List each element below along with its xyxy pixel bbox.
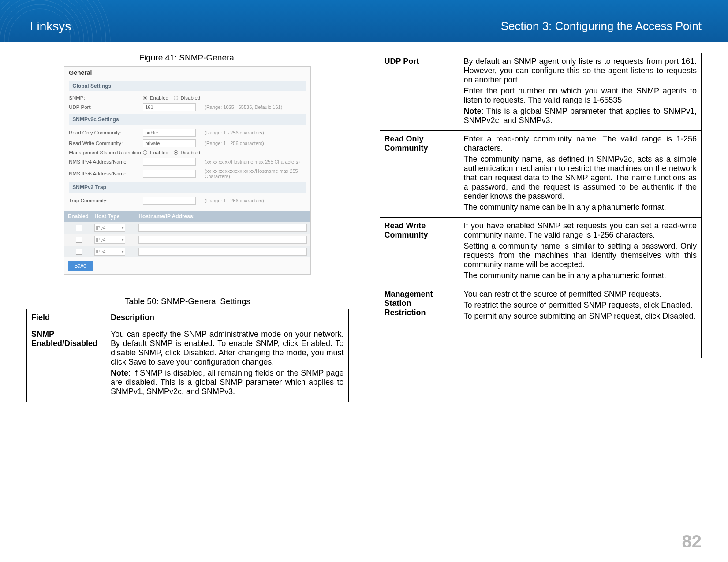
trap-row-select[interactable]: IPv4▾ — [94, 236, 125, 244]
desc-cell: Enter a read-only community name. The va… — [459, 131, 702, 218]
figure-caption: Figure 41: SNMP-General — [26, 53, 349, 63]
snmp-disabled-radio[interactable] — [174, 96, 178, 100]
table-row: SNMP Enabled/Disabled You can specify th… — [27, 326, 349, 402]
desc-cell: You can restrict the source of permitted… — [459, 286, 702, 358]
trap-row-checkbox[interactable] — [76, 225, 82, 231]
trap-row-host-input[interactable] — [138, 224, 307, 232]
snmp-disabled-text: Disabled — [181, 95, 201, 100]
snmp-enabled-text: Enabled — [150, 95, 168, 100]
snmpv2c-header: SNMPv2c Settings — [69, 114, 306, 125]
desc-p: Enter the port number on which you want … — [464, 86, 697, 105]
rw-community-input[interactable] — [143, 139, 196, 147]
th-hostname: Hostname/IP Address: — [138, 213, 307, 220]
mgmt-disabled-radio[interactable] — [174, 150, 178, 155]
ro-community-label: Read Only Community: — [69, 130, 143, 135]
screenshot-title: General — [64, 67, 310, 78]
desc-p: Enter a read-only community name. The va… — [464, 134, 697, 153]
mgmt-restrict-label: Management Station Restriction: — [69, 150, 143, 155]
table-caption-left: Table 50: SNMP-General Settings — [26, 297, 349, 306]
th-host-type: Host Type — [94, 213, 134, 220]
desc-p: You can restrict the source of permitted… — [464, 290, 697, 299]
ro-community-input[interactable] — [143, 129, 196, 137]
settings-table-left: Field Description SNMP Enabled/Disabled … — [26, 309, 349, 402]
section-title: Section 3: Configuring the Access Point — [501, 19, 702, 33]
trap-community-label: Trap Community: — [69, 198, 143, 203]
desc-note: Note: If SNMP is disabled, all remaining… — [111, 368, 344, 396]
field-cell: Read Only Community — [380, 131, 459, 218]
th-enabled: Enabled — [68, 213, 90, 220]
desc-cell: By default an SNMP agent only listens to… — [459, 53, 702, 131]
ipv6-hint: (xx:xx:xx:xx:xx:xx:xx:xx/Hostname max 25… — [205, 168, 306, 179]
trap-row-host-input[interactable] — [138, 248, 307, 256]
mgmt-disabled-text: Disabled — [181, 150, 201, 155]
table-row: UDP Port By default an SNMP agent only l… — [380, 53, 702, 131]
page-header: Linksys Section 3: Configuring the Acces… — [0, 0, 728, 42]
snmp-enabled-radio[interactable] — [143, 96, 147, 100]
ipv4-hint: (xx.xx.xx.xx/Hostname max 255 Characters… — [205, 159, 300, 164]
trap-row-checkbox[interactable] — [76, 237, 82, 243]
table-row: Read Write Community If you have enabled… — [380, 218, 702, 286]
global-settings-header: Global Settings — [69, 81, 306, 91]
rw-community-hint: (Range: 1 - 256 characters) — [205, 141, 264, 146]
snmp-screenshot: General Global Settings SNMP: Enabled Di… — [64, 66, 311, 275]
page-content: Figure 41: SNMP-General General Global S… — [26, 48, 702, 536]
rw-community-label: Read Write Community: — [69, 141, 143, 146]
trap-row-select[interactable]: IPv4▾ — [94, 248, 125, 256]
table-row: Management Station Restriction You can r… — [380, 286, 702, 358]
ipv6-label: NMS IPv6 Address/Name: — [69, 171, 143, 176]
mgmt-enabled-text: Enabled — [150, 150, 168, 155]
page-number: 82 — [682, 532, 702, 551]
desc-p: Setting a community name is similar to s… — [464, 242, 697, 269]
desc-p: The community name, as defined in SNMPv2… — [464, 155, 697, 201]
note-label: Note — [464, 107, 482, 115]
ro-community-hint: (Range: 1 - 256 characters) — [205, 130, 264, 135]
chevron-down-icon: ▾ — [122, 249, 124, 254]
chevron-down-icon: ▾ — [122, 238, 124, 242]
trap-header: SNMPv2 Trap — [69, 182, 306, 193]
right-column: UDP Port By default an SNMP agent only l… — [380, 48, 702, 536]
field-cell: Read Write Community — [380, 218, 459, 286]
table-row: Read Only Community Enter a read-only co… — [380, 131, 702, 218]
note-label: Note — [111, 368, 128, 377]
save-button[interactable]: Save — [68, 261, 92, 271]
chevron-down-icon: ▾ — [122, 226, 124, 230]
desc-p: To permit any source submitting an SNMP … — [464, 312, 697, 321]
th-description: Description — [106, 309, 349, 326]
field-cell: UDP Port — [380, 53, 459, 131]
trap-row-select[interactable]: IPv4▾ — [94, 224, 125, 232]
trap-row: IPv4▾ — [64, 222, 310, 234]
udp-port-input[interactable] — [143, 103, 196, 111]
trap-row: IPv4▾ — [64, 234, 310, 246]
trap-community-hint: (Range: 1 - 256 characters) — [205, 198, 264, 203]
desc-p: To restrict the source of permitted SNMP… — [464, 301, 697, 310]
left-column: Figure 41: SNMP-General General Global S… — [26, 48, 349, 536]
udp-port-label: UDP Port: — [69, 104, 143, 110]
desc-p: You can specify the SNMP administrative … — [111, 330, 344, 367]
desc-cell: You can specify the SNMP administrative … — [106, 326, 349, 402]
trap-row: IPv4▾ — [64, 246, 310, 257]
snmp-label: SNMP: — [69, 95, 143, 100]
settings-table-right: UDP Port By default an SNMP agent only l… — [380, 53, 702, 358]
th-field: Field — [27, 309, 106, 326]
mgmt-enabled-radio[interactable] — [143, 150, 147, 155]
desc-p: By default an SNMP agent only listens to… — [464, 57, 697, 85]
trap-row-checkbox[interactable] — [76, 249, 82, 255]
ipv6-input[interactable] — [143, 170, 196, 178]
ipv4-label: NMS IPv4 Address/Name: — [69, 159, 143, 164]
desc-note: Note: This is a global SNMP parameter th… — [464, 107, 697, 125]
desc-cell: If you have enabled SNMP set requests yo… — [459, 218, 702, 286]
udp-port-hint: (Range: 1025 - 65535, Default: 161) — [205, 104, 282, 110]
note-text: : If SNMP is disabled, all remaining fie… — [111, 368, 344, 396]
trap-community-input[interactable] — [143, 197, 196, 205]
ipv4-input[interactable] — [143, 158, 196, 166]
note-text: : This is a global SNMP parameter that a… — [464, 107, 697, 125]
trap-row-host-input[interactable] — [138, 236, 307, 244]
desc-p: The community name can be in any alphanu… — [464, 203, 697, 212]
trap-table-header: Enabled Host Type Hostname/IP Address: — [64, 211, 310, 222]
field-cell: SNMP Enabled/Disabled — [27, 326, 106, 402]
desc-p: The community name can be in any alphanu… — [464, 271, 697, 280]
field-cell: Management Station Restriction — [380, 286, 459, 358]
desc-p: If you have enabled SNMP set requests yo… — [464, 221, 697, 240]
brand-logo: Linksys — [30, 19, 71, 33]
